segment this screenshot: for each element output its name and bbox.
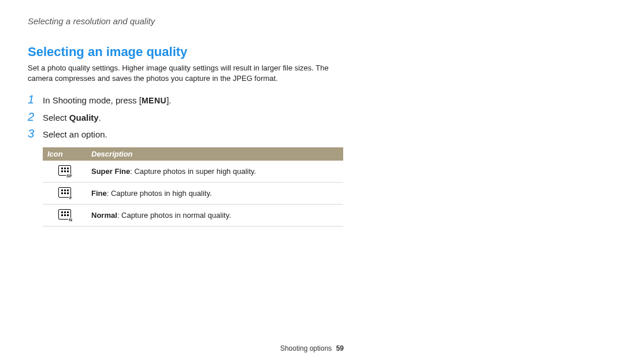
icon-cell: SF [43,161,87,183]
table-row: SF Super Fine: Capture photos in super h… [43,161,343,183]
step-text: In Shooting mode, press [MENU]. [43,94,172,107]
option-label: Super Fine [91,167,130,176]
step-text-post: . [99,113,101,122]
breadcrumb: Selecting a resolution and quality [28,16,596,26]
step-text-post: ]. [166,95,171,105]
step-text: Select Quality. [43,112,101,125]
page: Selecting a resolution and quality Selec… [0,0,624,364]
description-cell: Normal: Capture photos in normal quality… [87,204,343,226]
step-text-pre: Select [43,113,69,122]
step-2: 2 Select Quality. [28,111,596,125]
icon-cell: N [43,204,87,226]
quality-icon: N [58,209,71,220]
steps-list: 1 In Shooting mode, press [MENU]. 2 Sele… [28,94,596,142]
quality-options-table: Icon Description SF Super Fine: Capture … [43,147,343,226]
menu-button-label: MENU [142,96,166,105]
icon-cell: F [43,182,87,204]
intro-paragraph: Set a photo quality settings. Higher ima… [28,63,340,83]
option-label: Fine [91,189,107,198]
quality-icon-sub: SF [66,174,73,179]
step-number: 2 [28,111,43,122]
footer-page-number: 59 [336,344,344,352]
description-cell: Super Fine: Capture photos in super high… [87,161,343,183]
option-desc: : Capture photos in super high quality. [130,167,256,176]
table-row: F Fine: Capture photos in high quality. [43,182,343,204]
quality-icon: F [58,187,71,198]
page-footer: Shooting options 59 [0,344,624,352]
section-heading: Selecting an image quality [28,44,596,60]
quality-icon-sub: F [69,196,73,200]
step-text: Select an option. [43,128,107,142]
option-desc: : Capture photos in normal quality. [117,211,231,220]
quality-icon-sub: N [68,218,73,222]
quality-icon: SF [58,165,71,176]
step-3: 3 Select an option. [28,128,596,142]
step-number: 3 [28,128,43,139]
option-label: Normal [91,211,117,220]
step-number: 1 [28,94,43,105]
footer-section: Shooting options [280,344,332,352]
table-header-description: Description [87,147,343,161]
quality-option-name: Quality [69,113,99,122]
option-desc: : Capture photos in high quality. [107,189,212,198]
table-header-icon: Icon [43,147,87,161]
step-text-pre: In Shooting mode, press [ [43,95,142,105]
description-cell: Fine: Capture photos in high quality. [87,182,343,204]
step-1: 1 In Shooting mode, press [MENU]. [28,94,596,107]
table-row: N Normal: Capture photos in normal quali… [43,204,343,226]
